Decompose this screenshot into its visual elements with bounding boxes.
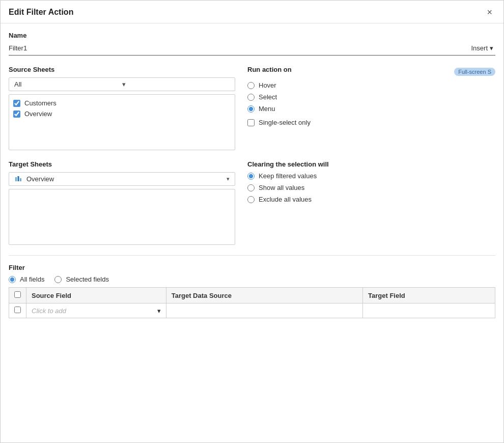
clearing-col: Clearing the selection will Keep filtere…: [247, 160, 495, 245]
filter-table: Source Field Target Data Source Target F…: [9, 287, 495, 318]
single-select-checkbox[interactable]: [247, 119, 255, 126]
run-action-radio-group: Hover Select Menu Single-select only: [247, 81, 495, 126]
sheet-icon: [14, 176, 22, 183]
customers-label: Customers: [24, 99, 57, 107]
target-sheets-label: Target Sheets: [9, 160, 235, 168]
run-action-col: Run action on Full-screen S Hover Select…: [247, 66, 495, 150]
divider: [9, 255, 495, 256]
select-radio-item: Select: [247, 93, 495, 101]
show-radio[interactable]: [247, 184, 255, 191]
list-item: Customers: [13, 98, 231, 108]
list-item: Overview: [13, 108, 231, 119]
hover-radio[interactable]: [247, 82, 255, 89]
single-select-label: Single-select only: [259, 119, 311, 126]
click-to-add-label: Click to add: [32, 307, 66, 315]
add-row-dropdown[interactable]: Click to add ▾: [32, 307, 161, 315]
exclude-radio-item: Exclude all values: [247, 196, 495, 203]
hover-label: Hover: [259, 81, 276, 89]
add-row-arrow: ▾: [157, 307, 161, 315]
target-sheets-dropdown[interactable]: Overview ▾: [9, 172, 235, 186]
top-two-col: Source Sheets All ▾ Customers Overview: [9, 66, 495, 150]
show-radio-item: Show all values: [247, 184, 495, 191]
keep-radio-item: Keep filtered values: [247, 172, 495, 180]
dialog-title: Edit Filter Action: [9, 8, 73, 17]
svg-rect-2: [20, 178, 21, 181]
selected-fields-label: Selected fields: [66, 275, 109, 283]
target-field-cell: [363, 303, 495, 318]
row-checkbox[interactable]: [14, 307, 21, 313]
filter-label: Filter: [9, 264, 495, 271]
run-action-label: Run action on: [247, 66, 292, 73]
dialog-body: Name Insert ▾ Source Sheets All ▾: [1, 23, 503, 442]
close-button[interactable]: ×: [484, 7, 495, 18]
select-label: Select: [259, 93, 277, 101]
svg-rect-1: [18, 176, 19, 181]
target-sheets-dropdown-arrow: ▾: [227, 176, 230, 182]
selected-fields-radio-item: Selected fields: [54, 275, 109, 283]
source-sheets-dropdown-arrow: ▾: [122, 80, 230, 88]
dialog-header: Edit Filter Action ×: [1, 1, 503, 23]
customers-checkbox[interactable]: [13, 100, 20, 107]
table-header-checkbox[interactable]: [14, 291, 21, 298]
table-header-row: Source Field Target Data Source Target F…: [9, 288, 495, 303]
target-data-source-cell: [166, 303, 362, 318]
show-label: Show all values: [259, 184, 304, 191]
target-sheets-col: Target Sheets Overview ▾: [9, 160, 235, 245]
menu-radio-item: Menu: [247, 105, 495, 113]
filter-radio-row: All fields Selected fields: [9, 275, 495, 283]
clearing-radio-group: Keep filtered values Show all values Exc…: [247, 172, 495, 203]
run-action-header: Run action on Full-screen S: [247, 66, 495, 77]
source-sheets-label: Source Sheets: [9, 66, 235, 73]
selected-fields-radio[interactable]: [54, 276, 62, 283]
target-data-source-header: Target Data Source: [166, 288, 362, 303]
source-sheets-col: Source Sheets All ▾ Customers Overview: [9, 66, 235, 150]
source-sheets-list: Customers Overview: [9, 94, 235, 150]
keep-radio[interactable]: [247, 173, 255, 180]
source-field-cell: Click to add ▾: [26, 303, 166, 318]
name-input[interactable]: [9, 44, 465, 52]
hover-radio-item: Hover: [247, 81, 495, 89]
menu-label: Menu: [259, 105, 275, 113]
row-checkbox-cell: [9, 303, 26, 318]
overview-source-label: Overview: [24, 110, 52, 118]
full-screen-badge: Full-screen S: [454, 68, 495, 76]
exclude-label: Exclude all values: [259, 196, 312, 203]
exclude-radio[interactable]: [247, 196, 255, 203]
source-field-header: Source Field: [26, 288, 166, 303]
insert-button[interactable]: Insert ▾: [469, 43, 495, 53]
menu-radio[interactable]: [247, 105, 255, 113]
keep-label: Keep filtered values: [259, 172, 317, 180]
target-sheets-list: [9, 189, 235, 245]
overview-source-checkbox[interactable]: [13, 110, 20, 118]
name-section: Name Insert ▾: [9, 32, 495, 56]
all-fields-radio-item: All fields: [9, 275, 44, 283]
table-row: Click to add ▾: [9, 303, 495, 318]
filter-section: Filter All fields Selected fields: [9, 264, 495, 318]
source-sheets-dropdown[interactable]: All ▾: [9, 77, 235, 91]
header-checkbox-cell: [9, 288, 26, 303]
bottom-two-col: Target Sheets Overview ▾ Clearing the: [9, 160, 495, 245]
target-field-header: Target Field: [363, 288, 495, 303]
single-select-item: Single-select only: [247, 119, 495, 126]
select-radio[interactable]: [247, 94, 255, 101]
svg-rect-0: [15, 177, 17, 181]
clearing-label: Clearing the selection will: [247, 160, 495, 168]
edit-filter-action-dialog: Edit Filter Action × Name Insert ▾ Sourc…: [0, 0, 504, 443]
all-fields-radio[interactable]: [9, 276, 16, 283]
name-row: Insert ▾: [9, 43, 495, 56]
all-fields-label: All fields: [20, 275, 44, 283]
name-label: Name: [9, 32, 495, 39]
